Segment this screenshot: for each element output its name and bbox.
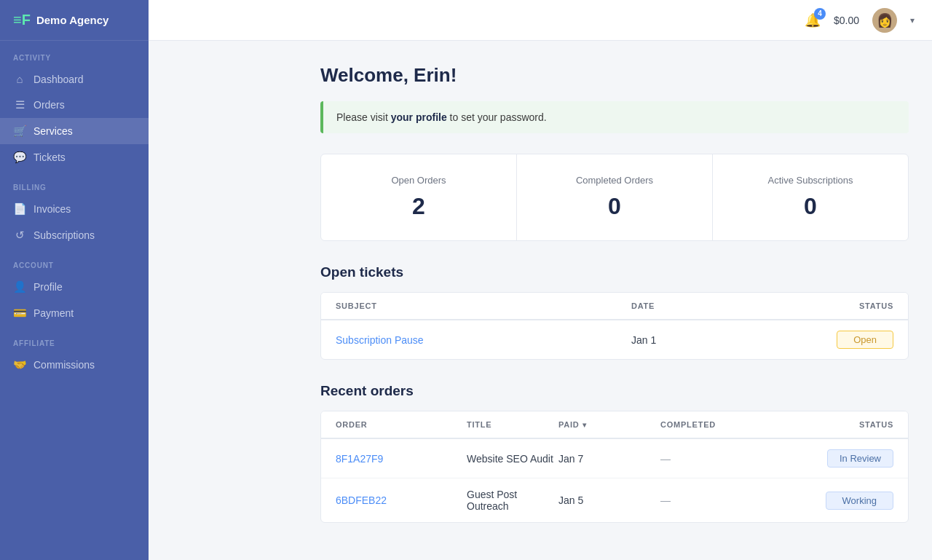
tickets-header-row: Subject Date Status xyxy=(321,293,908,320)
completed-orders-label: Completed Orders xyxy=(532,175,698,186)
tickets-icon: 💬 xyxy=(13,151,26,164)
orders-col-title: Title xyxy=(467,420,558,429)
table-row: 6BDFEB22 Guest Post Outreach Jan 5 — Wor… xyxy=(321,478,908,522)
orders-col-order: Order xyxy=(336,420,467,429)
invoices-icon: 📄 xyxy=(13,202,26,216)
page-title: Welcome, Erin! xyxy=(320,64,909,87)
sidebar-item-tickets[interactable]: 💬Tickets xyxy=(0,144,149,170)
ticket-date: Jan 1 xyxy=(631,334,748,346)
order-id: 8F1A27F9 xyxy=(336,453,467,465)
completed-orders-value: 0 xyxy=(532,193,698,220)
order-paid: Jan 7 xyxy=(558,453,660,465)
notifications-bell[interactable]: 🔔 4 xyxy=(805,12,821,28)
open-orders-value: 2 xyxy=(336,193,502,220)
open-orders-label: Open Orders xyxy=(336,175,502,186)
sidebar-item-label: Subscriptions xyxy=(33,229,95,241)
commissions-icon: 🤝 xyxy=(13,358,26,371)
alert-text-after: to set your password. xyxy=(447,111,547,123)
orders-col-paid[interactable]: Paid ▾ xyxy=(558,420,660,429)
order-id-link[interactable]: 6BDFEB22 xyxy=(336,494,387,506)
orders-table: Order Title Paid ▾ Completed Status 8F1A… xyxy=(320,411,909,523)
orders-col-status: Status xyxy=(762,420,893,429)
ticket-subject-link[interactable]: Subscription Pause xyxy=(336,334,424,346)
payment-icon: 💳 xyxy=(13,307,26,320)
sidebar-item-label: Commissions xyxy=(33,359,95,371)
sidebar-item-label: Dashboard xyxy=(33,74,84,85)
logo-icon: ≡F xyxy=(13,12,31,28)
alert-text-before: Please visit xyxy=(336,111,391,123)
services-icon: 🛒 xyxy=(13,125,26,138)
avatar-dropdown-chevron[interactable]: ▾ xyxy=(910,15,915,25)
sidebar-item-label: Tickets xyxy=(33,151,66,163)
order-completed: — xyxy=(660,494,762,506)
table-row: Subscription Pause Jan 1 Open xyxy=(321,320,908,359)
order-completed: — xyxy=(660,453,762,465)
subscriptions-icon: ↺ xyxy=(13,229,26,242)
orders-header-row: Order Title Paid ▾ Completed Status xyxy=(321,411,908,439)
paid-sort-icon: ▾ xyxy=(582,421,587,429)
logo-area: ≡F Demo Agency xyxy=(0,0,149,41)
sidebar-item-label: Services xyxy=(33,125,73,137)
sidebar: ≡F Demo Agency Activity⌂Dashboard☰Orders… xyxy=(0,0,149,560)
ticket-status: Open xyxy=(748,331,893,349)
sidebar-item-invoices[interactable]: 📄Invoices xyxy=(0,196,149,222)
sidebar-item-profile[interactable]: 👤Profile xyxy=(0,274,149,300)
app-name: Demo Agency xyxy=(36,14,108,26)
stat-active-subscriptions: Active Subscriptions 0 xyxy=(713,154,908,240)
tickets-col-subject: Subject xyxy=(336,301,631,310)
user-avatar[interactable]: 👩 xyxy=(872,8,897,33)
profile-link[interactable]: your profile xyxy=(391,111,447,123)
account-balance: $0.00 xyxy=(834,15,859,26)
active-subscriptions-value: 0 xyxy=(727,193,893,220)
alert-banner: Please visit your profile to set your pa… xyxy=(320,101,909,133)
stat-open-orders: Open Orders 2 xyxy=(321,154,517,240)
order-status: Working xyxy=(762,492,893,510)
sidebar-item-dashboard[interactable]: ⌂Dashboard xyxy=(0,66,149,92)
tickets-col-status: Status xyxy=(748,301,893,310)
stat-completed-orders: Completed Orders 0 xyxy=(517,154,713,240)
orders-icon: ☰ xyxy=(13,98,26,111)
status-badge: In Review xyxy=(827,449,893,468)
sidebar-item-subscriptions[interactable]: ↺Subscriptions xyxy=(0,222,149,248)
topbar: 🔔 4 $0.00 👩 ▾ xyxy=(149,0,932,41)
tickets-table: Subject Date Status Subscription Pause J… xyxy=(320,292,909,360)
recent-orders-title: Recent orders xyxy=(320,383,909,399)
order-title: Website SEO Audit xyxy=(467,453,558,465)
stats-row: Open Orders 2 Completed Orders 0 Active … xyxy=(320,154,909,241)
ticket-subject: Subscription Pause xyxy=(336,334,631,346)
notification-badge: 4 xyxy=(814,8,826,20)
sidebar-item-services[interactable]: 🛒Services xyxy=(0,118,149,144)
sidebar-item-payment[interactable]: 💳Payment xyxy=(0,300,149,326)
open-tickets-title: Open tickets xyxy=(320,264,909,280)
sidebar-item-label: Orders xyxy=(33,99,65,111)
nav-section-label: Billing xyxy=(0,170,149,196)
sidebar-item-label: Profile xyxy=(33,281,63,293)
orders-col-completed: Completed xyxy=(660,420,762,429)
order-paid: Jan 5 xyxy=(558,494,660,506)
active-subscriptions-label: Active Subscriptions xyxy=(727,175,893,186)
sidebar-item-orders[interactable]: ☰Orders xyxy=(0,92,149,118)
dashboard-icon: ⌂ xyxy=(13,73,26,85)
order-id: 6BDFEB22 xyxy=(336,494,467,506)
nav-section-label: Account xyxy=(0,248,149,274)
order-id-link[interactable]: 8F1A27F9 xyxy=(336,453,383,465)
nav-section-label: Activity xyxy=(0,41,149,66)
order-status: In Review xyxy=(762,449,893,468)
main-content: Welcome, Erin! Please visit your profile… xyxy=(297,41,932,560)
sidebar-item-label: Invoices xyxy=(33,203,71,215)
nav-section-label: Affiliate xyxy=(0,326,149,352)
tickets-col-date: Date xyxy=(631,301,748,310)
sidebar-item-commissions[interactable]: 🤝Commissions xyxy=(0,352,149,378)
status-badge: Open xyxy=(837,331,893,349)
order-title: Guest Post Outreach xyxy=(467,489,558,512)
status-badge: Working xyxy=(826,492,893,510)
profile-icon: 👤 xyxy=(13,280,26,293)
table-row: 8F1A27F9 Website SEO Audit Jan 7 — In Re… xyxy=(321,439,908,478)
sidebar-item-label: Payment xyxy=(33,307,74,319)
